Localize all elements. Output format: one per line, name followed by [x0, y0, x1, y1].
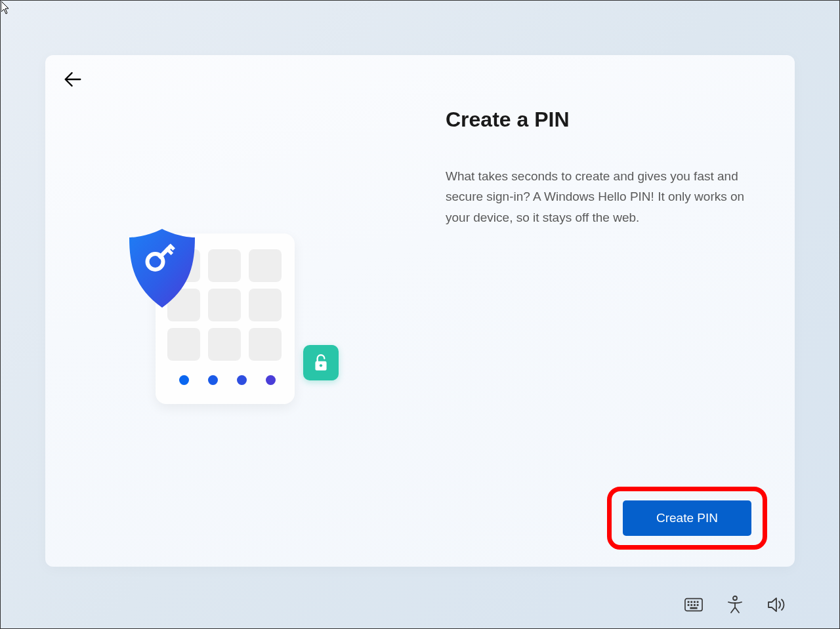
oobe-dialog-card: Create a PIN What takes seconds to creat… [45, 55, 795, 567]
back-button[interactable] [62, 68, 88, 94]
accessibility-icon [726, 596, 744, 614]
pin-dot [179, 375, 189, 385]
svg-point-1 [320, 364, 322, 367]
volume-icon [767, 597, 786, 613]
pin-dots [167, 375, 283, 385]
back-arrow-icon [62, 68, 84, 91]
svg-rect-13 [694, 604, 696, 606]
svg-rect-7 [688, 601, 690, 603]
svg-rect-9 [694, 601, 696, 603]
create-pin-button[interactable]: Create PIN [623, 500, 751, 536]
pin-illustration [123, 226, 372, 409]
pin-dot [208, 375, 218, 385]
svg-rect-10 [697, 601, 699, 603]
cursor-icon [1, 1, 12, 17]
accessibility-button[interactable] [726, 596, 744, 614]
pin-dot [237, 375, 247, 385]
unlock-icon [312, 353, 329, 373]
pin-dot [266, 375, 276, 385]
svg-rect-14 [697, 604, 699, 606]
keypad-key [249, 249, 282, 282]
create-pin-highlight: Create PIN [607, 487, 767, 550]
keypad-key [249, 328, 282, 361]
keypad-key [208, 289, 241, 321]
svg-rect-15 [690, 607, 697, 609]
keyboard-icon [684, 598, 703, 612]
dialog-title: Create a PIN [446, 108, 761, 132]
on-screen-keyboard-button[interactable] [684, 596, 703, 614]
keypad-key [208, 249, 241, 282]
dialog-description: What takes seconds to create and gives y… [446, 166, 761, 228]
svg-rect-11 [688, 604, 690, 606]
content-panel: Create a PIN What takes seconds to creat… [446, 108, 761, 228]
footer-toolbar [684, 596, 786, 614]
volume-button[interactable] [767, 596, 786, 614]
svg-point-16 [733, 596, 737, 600]
svg-rect-12 [690, 604, 692, 606]
keypad-key [208, 328, 241, 361]
keypad-key [167, 328, 200, 361]
shield-icon [123, 226, 201, 311]
unlock-badge [303, 345, 339, 380]
svg-rect-8 [690, 601, 692, 603]
keypad-key [249, 289, 282, 321]
